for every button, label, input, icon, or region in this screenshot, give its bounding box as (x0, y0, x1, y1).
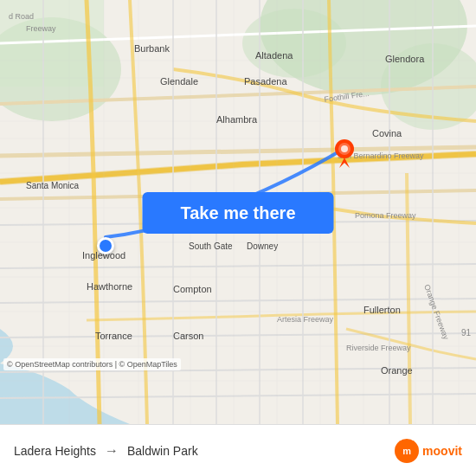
svg-text:Freeway: Freeway (26, 24, 56, 33)
svg-text:Alhambra: Alhambra (216, 114, 258, 125)
moovit-logo: m moovit (395, 439, 462, 463)
svg-text:Covina: Covina (372, 128, 402, 138)
take-me-there-button[interactable]: Take me there (143, 192, 334, 234)
origin-marker (97, 237, 114, 254)
moovit-icon-letter: m (402, 446, 411, 456)
map-container: Altadena Burbank Glendale Pasadena Glend… (0, 0, 476, 424)
svg-text:91: 91 (461, 328, 472, 338)
map-attribution: © OpenStreetMap contributors | © OpenMap… (3, 358, 181, 370)
svg-text:Altadena: Altadena (255, 50, 293, 61)
moovit-icon: m (395, 439, 419, 463)
svg-text:Downey: Downey (247, 241, 278, 251)
svg-text:Fullerton: Fullerton (363, 305, 401, 315)
destination-label: Baldwin Park (127, 444, 198, 458)
svg-text:Pomona Freeway: Pomona Freeway (355, 211, 416, 220)
moovit-brand-text: moovit (422, 444, 462, 458)
svg-text:Torrance: Torrance (95, 331, 132, 341)
svg-text:Santa Monica: Santa Monica (26, 181, 80, 190)
svg-text:Riverside Freeway: Riverside Freeway (346, 344, 411, 352)
svg-text:Glendale: Glendale (160, 76, 198, 87)
bottom-bar: Ladera Heights → Baldwin Park m moovit (0, 424, 476, 476)
svg-text:Orange: Orange (381, 365, 413, 376)
svg-text:South Gate: South Gate (189, 241, 233, 251)
svg-text:Hawthorne: Hawthorne (87, 281, 132, 292)
svg-text:Artesia Freeway: Artesia Freeway (277, 315, 334, 324)
svg-text:Burbank: Burbank (134, 43, 170, 54)
svg-text:Compton: Compton (173, 284, 212, 294)
destination-marker (334, 138, 355, 171)
svg-text:Pasadena: Pasadena (244, 76, 287, 87)
svg-text:d Road: d Road (9, 12, 34, 21)
origin-label: Ladera Heights (14, 444, 96, 458)
svg-text:Glendora: Glendora (385, 54, 425, 64)
svg-point-72 (341, 145, 348, 152)
arrow-icon: → (105, 443, 119, 459)
svg-text:Carson: Carson (173, 331, 203, 341)
